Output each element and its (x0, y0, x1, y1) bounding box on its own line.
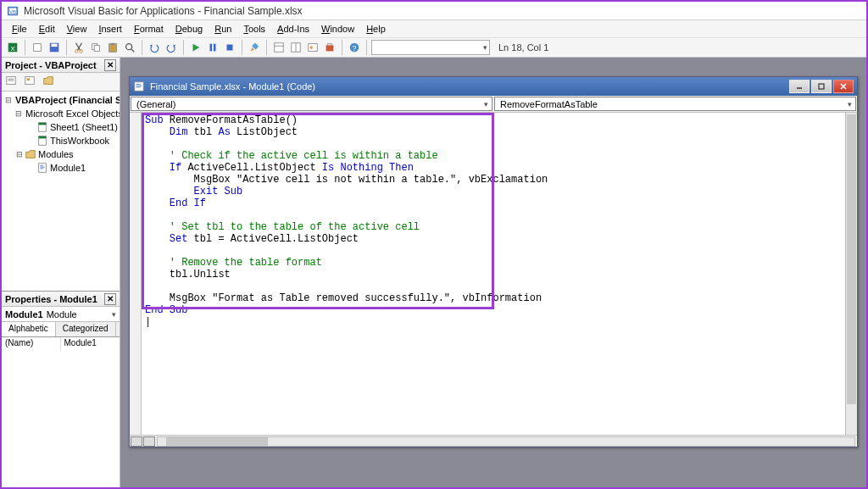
toolbar-separator (142, 40, 142, 55)
tab-categorized[interactable]: Categorized (56, 322, 116, 336)
properties-pane-title: Properties - Module1 (5, 294, 97, 304)
view-object-button[interactable] (24, 75, 39, 90)
menu-help[interactable]: Help (361, 22, 391, 36)
menu-format[interactable]: Format (129, 22, 169, 36)
horizontal-scrollbar[interactable] (157, 436, 855, 447)
vertical-scrollbar[interactable] (845, 113, 857, 435)
project-explorer-button[interactable] (271, 40, 287, 55)
tree-node-project[interactable]: ⊟VBAProject (Financial Sample.xlsx) (3, 93, 118, 107)
tree-node-sheet1[interactable]: Sheet1 (Sheet1) (3, 120, 118, 134)
toolbox-button[interactable] (322, 40, 337, 55)
find-button[interactable] (122, 40, 137, 55)
menu-add-ins[interactable]: Add-Ins (272, 22, 314, 36)
svg-rect-37 (39, 123, 47, 125)
svg-line-15 (131, 49, 135, 53)
redo-button[interactable] (164, 40, 179, 55)
svg-rect-18 (227, 45, 233, 51)
scrollbar-thumb[interactable] (847, 114, 856, 404)
svg-rect-16 (210, 44, 213, 52)
code-window-footer (130, 435, 857, 447)
tree-node-excel-objects[interactable]: ⊟Microsoft Excel Objects (3, 107, 118, 120)
close-button[interactable] (833, 80, 854, 93)
svg-rect-33 (27, 78, 31, 81)
view-excel-button[interactable]: X (5, 40, 20, 55)
properties-object-selector[interactable]: Module1 Module (2, 307, 120, 322)
svg-point-14 (126, 44, 132, 50)
svg-rect-20 (275, 43, 284, 53)
toolbar-separator (266, 40, 267, 55)
titlebar: VB Microsoft Visual Basic for Applicatio… (2, 2, 866, 20)
undo-button[interactable] (147, 40, 162, 55)
full-module-view-button[interactable] (143, 436, 155, 447)
properties-pane-close-button[interactable]: ✕ (104, 293, 116, 305)
svg-rect-7 (52, 44, 58, 47)
properties-button[interactable] (288, 40, 303, 55)
procedure-dropdown[interactable]: RemoveFormatAsTable (494, 97, 856, 111)
code-editor[interactable]: Sub RemoveFormatAsTable() Dim tbl As Lis… (142, 113, 845, 435)
property-row[interactable]: (Name)Module1 (2, 337, 120, 351)
help-button[interactable]: ? (347, 40, 362, 55)
tree-node-modules[interactable]: ⊟Modules (3, 147, 118, 161)
svg-rect-11 (94, 45, 99, 51)
copy-button[interactable] (88, 40, 103, 55)
run-button[interactable] (188, 40, 203, 55)
object-dropdown[interactable]: (General) (131, 97, 492, 111)
code-window-titlebar[interactable]: Financial Sample.xlsx - Module1 (Code) (130, 77, 857, 96)
tree-node-module1[interactable]: Module1 (3, 161, 118, 175)
insert-button[interactable] (30, 40, 45, 55)
svg-point-25 (310, 46, 314, 49)
code-window-title: Financial Sample.xlsx - Module1 (Code) (150, 81, 315, 92)
menu-window[interactable]: Window (316, 22, 359, 36)
code-window: Financial Sample.xlsx - Module1 (Code) (… (129, 76, 858, 447)
maximize-button[interactable] (811, 80, 832, 93)
scrollbar-thumb[interactable] (166, 437, 268, 446)
svg-text:X: X (10, 45, 15, 53)
menu-tools[interactable]: Tools (238, 22, 270, 36)
toolbar-separator (25, 40, 25, 55)
code-window-icon (133, 81, 145, 92)
svg-rect-41 (135, 82, 144, 92)
object-browser-button[interactable] (305, 40, 320, 55)
cut-button[interactable] (71, 40, 86, 55)
project-pane-close-button[interactable]: ✕ (104, 59, 116, 71)
properties-grid[interactable]: (Name)Module1 (2, 337, 120, 487)
view-code-button[interactable] (5, 75, 20, 90)
vba-app-icon: VB (7, 5, 19, 17)
mdi-area: Financial Sample.xlsx - Module1 (Code) (… (120, 58, 866, 487)
menu-view[interactable]: View (62, 22, 92, 36)
menu-edit[interactable]: Edit (34, 22, 60, 36)
save-button[interactable] (47, 40, 62, 55)
menu-run[interactable]: Run (209, 22, 236, 36)
procedure-combo[interactable] (371, 40, 490, 55)
design-mode-button[interactable] (247, 40, 262, 55)
menu-insert[interactable]: Insert (93, 22, 127, 36)
toolbar-separator (342, 40, 342, 55)
project-pane-title: Project - VBAProject (5, 60, 97, 70)
menu-file[interactable]: File (7, 22, 32, 36)
toolbar-separator (242, 40, 242, 55)
code-margin[interactable] (130, 113, 142, 435)
reset-button[interactable] (222, 40, 237, 55)
svg-text:?: ? (353, 44, 357, 53)
left-panel: Project - VBAProject ✕ ⊟VBAProject (Fina… (2, 58, 120, 487)
toggle-folders-button[interactable] (42, 75, 58, 90)
properties-pane: Properties - Module1 ✕ Module1 Module Al… (2, 291, 120, 487)
tree-node-thisworkbook[interactable]: ThisWorkbook (3, 134, 118, 147)
svg-rect-13 (111, 43, 114, 46)
project-pane-header: Project - VBAProject ✕ (2, 58, 120, 73)
tab-alphabetic[interactable]: Alphabetic (2, 322, 56, 336)
menubar: FileEditViewInsertFormatDebugRunToolsAdd… (2, 20, 866, 37)
toolbar-separator (366, 40, 367, 55)
menu-debug[interactable]: Debug (170, 22, 208, 36)
procedure-view-button[interactable] (131, 436, 142, 447)
svg-point-9 (80, 50, 83, 53)
project-tree[interactable]: ⊟VBAProject (Financial Sample.xlsx) ⊟Mic… (2, 92, 120, 291)
svg-point-8 (75, 50, 79, 53)
minimize-button[interactable] (789, 80, 810, 93)
svg-rect-43 (819, 84, 824, 89)
code-editor-body: Sub RemoveFormatAsTable() Dim tbl As Lis… (130, 113, 857, 435)
paste-button[interactable] (105, 40, 120, 55)
break-button[interactable] (205, 40, 220, 55)
svg-rect-17 (214, 44, 216, 52)
svg-text:VB: VB (9, 8, 16, 14)
